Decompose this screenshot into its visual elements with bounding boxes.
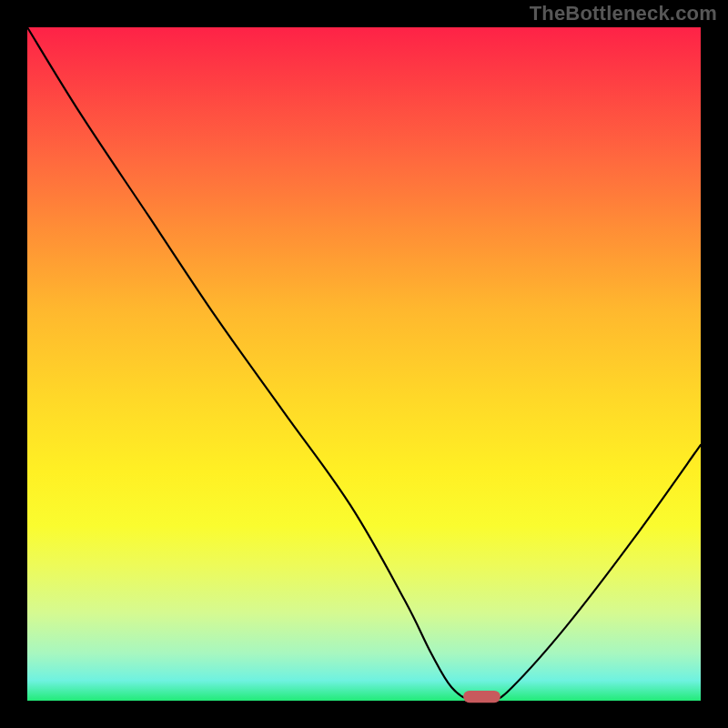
watermark-text: TheBottleneck.com bbox=[530, 2, 717, 25]
plot-area bbox=[27, 27, 701, 701]
chart-frame: TheBottleneck.com bbox=[0, 0, 728, 728]
optimal-marker bbox=[463, 691, 500, 703]
chart-svg bbox=[27, 27, 701, 701]
bottleneck-curve bbox=[27, 27, 701, 703]
